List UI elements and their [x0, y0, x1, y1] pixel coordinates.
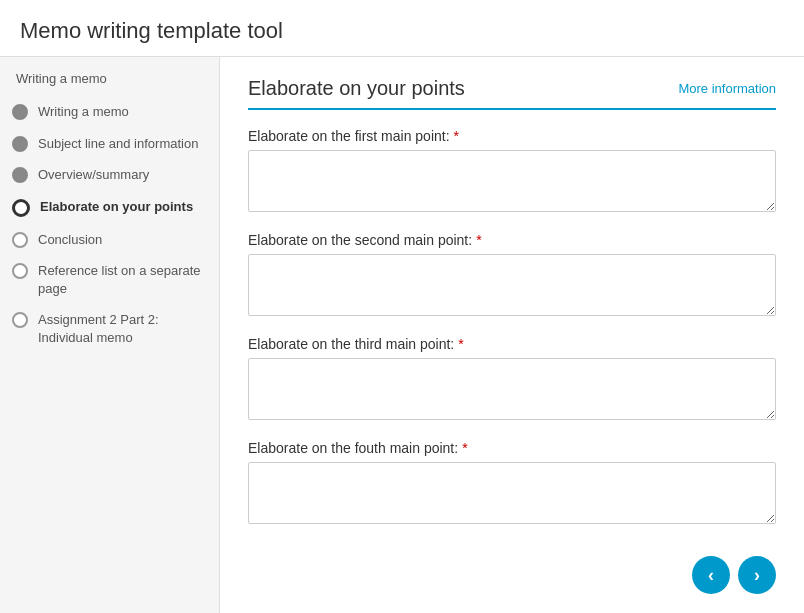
content-title: Elaborate on your points [248, 77, 465, 100]
sidebar-dot-writing-a-memo [12, 104, 28, 120]
sidebar-dot-overview [12, 167, 28, 183]
sidebar-label-conclusion: Conclusion [38, 231, 102, 249]
sidebar-dot-conclusion [12, 232, 28, 248]
fourth-main-point-input[interactable] [248, 462, 776, 524]
form-label-second: Elaborate on the second main point: * [248, 232, 776, 248]
sidebar-label-reference-list: Reference list on a separate page [38, 262, 203, 297]
form-label-fourth: Elaborate on the fouth main point: * [248, 440, 776, 456]
sidebar-item-assignment2[interactable]: Assignment 2 Part 2: Individual memo [0, 304, 219, 353]
page-title: Memo writing template tool [0, 0, 804, 57]
sidebar-dot-elaborate [12, 199, 30, 217]
sidebar-item-subject-line[interactable]: Subject line and information [0, 128, 219, 160]
sidebar-item-overview[interactable]: Overview/summary [0, 159, 219, 191]
prev-button[interactable]: ‹ [692, 556, 730, 594]
form-section-second: Elaborate on the second main point: * [248, 232, 776, 320]
content-area: Elaborate on your points More informatio… [220, 57, 804, 613]
form-label-first: Elaborate on the first main point: * [248, 128, 776, 144]
sidebar-label-assignment2: Assignment 2 Part 2: Individual memo [38, 311, 203, 346]
sidebar-item-elaborate[interactable]: Elaborate on your points [0, 191, 219, 224]
form-label-third: Elaborate on the third main point: * [248, 336, 776, 352]
required-star-fourth: * [462, 440, 467, 456]
first-main-point-input[interactable] [248, 150, 776, 212]
required-star-first: * [454, 128, 459, 144]
required-star-second: * [476, 232, 481, 248]
sidebar: Writing a memo Writing a memo Subject li… [0, 57, 220, 613]
sidebar-label-overview: Overview/summary [38, 166, 149, 184]
sidebar-item-writing-a-memo[interactable]: Writing a memo [0, 96, 219, 128]
sidebar-item-reference-list[interactable]: Reference list on a separate page [0, 255, 219, 304]
required-star-third: * [458, 336, 463, 352]
nav-buttons: ‹ › [248, 544, 776, 598]
second-main-point-input[interactable] [248, 254, 776, 316]
sidebar-dot-reference-list [12, 263, 28, 279]
form-section-third: Elaborate on the third main point: * [248, 336, 776, 424]
third-main-point-input[interactable] [248, 358, 776, 420]
next-button[interactable]: › [738, 556, 776, 594]
sidebar-item-conclusion[interactable]: Conclusion [0, 224, 219, 256]
form-section-fourth: Elaborate on the fouth main point: * [248, 440, 776, 528]
sidebar-dot-assignment2 [12, 312, 28, 328]
more-info-link[interactable]: More information [678, 81, 776, 96]
sidebar-heading: Writing a memo [0, 71, 219, 96]
form-section-first: Elaborate on the first main point: * [248, 128, 776, 216]
sidebar-label-elaborate: Elaborate on your points [40, 198, 193, 216]
sidebar-dot-subject-line [12, 136, 28, 152]
sidebar-label-subject-line: Subject line and information [38, 135, 198, 153]
sidebar-label-writing-a-memo: Writing a memo [38, 103, 129, 121]
content-header: Elaborate on your points More informatio… [248, 77, 776, 110]
